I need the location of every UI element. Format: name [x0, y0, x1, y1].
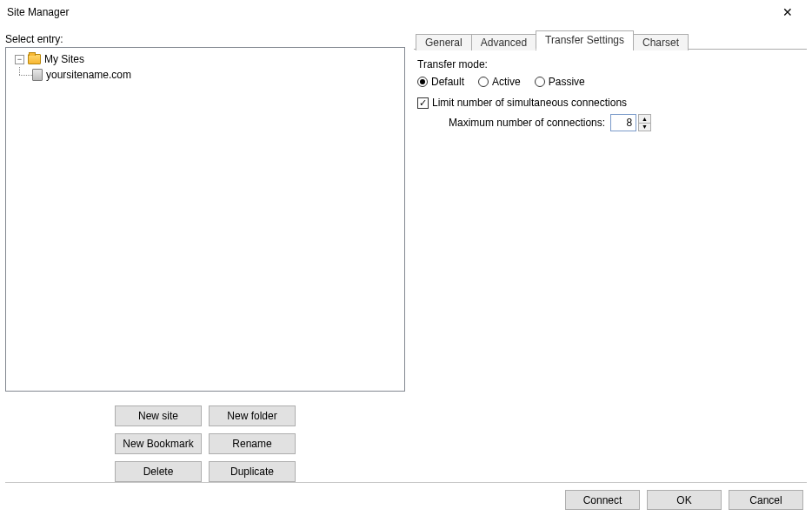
new-bookmark-button[interactable]: New Bookmark	[115, 433, 202, 454]
delete-button[interactable]: Delete	[115, 461, 202, 482]
tree-connector	[8, 67, 32, 83]
right-panel: General Advanced Transfer Settings Chars…	[414, 28, 807, 482]
ok-button[interactable]: OK	[647, 490, 722, 510]
tree-root-label: My Sites	[44, 53, 84, 65]
tree-collapse-icon[interactable]: −	[15, 55, 24, 64]
tab-advanced[interactable]: Advanced	[471, 34, 536, 50]
radio-default-label: Default	[431, 76, 464, 88]
rename-button[interactable]: Rename	[209, 433, 296, 454]
tab-charset[interactable]: Charset	[633, 34, 689, 50]
tree-site-label: yoursitename.com	[46, 69, 131, 81]
connect-button[interactable]: Connect	[565, 490, 640, 510]
left-panel: Select entry: − My Sites yoursitename.co…	[5, 28, 405, 482]
limit-connections-row[interactable]: Limit number of simultaneous connections	[417, 97, 803, 109]
transfer-mode-label: Transfer mode:	[417, 58, 803, 70]
max-connections-label: Maximum number of connections:	[449, 117, 605, 129]
radio-icon	[417, 77, 428, 87]
radio-active-label: Active	[492, 76, 521, 88]
transfer-settings-panel: Transfer mode: Default Active Passive Li…	[414, 50, 807, 140]
site-tree[interactable]: − My Sites yoursitename.com	[5, 47, 405, 392]
server-icon	[32, 69, 43, 81]
radio-passive-label: Passive	[549, 76, 585, 88]
limit-connections-checkbox[interactable]	[417, 97, 429, 109]
window-title: Site Manager	[7, 6, 770, 18]
transfer-mode-radios: Default Active Passive	[417, 76, 803, 88]
spinner-down-icon[interactable]: ▼	[639, 124, 650, 131]
select-entry-label: Select entry:	[5, 33, 405, 45]
radio-icon	[478, 77, 489, 87]
tree-site-row[interactable]: yoursitename.com	[8, 67, 403, 83]
tab-transfer-settings[interactable]: Transfer Settings	[536, 30, 634, 50]
new-site-button[interactable]: New site	[115, 405, 202, 426]
close-icon[interactable]: ✕	[770, 5, 805, 19]
max-connections-spinner: ▲ ▼	[638, 114, 651, 131]
radio-icon	[535, 77, 545, 87]
new-folder-button[interactable]: New folder	[209, 405, 296, 426]
radio-passive[interactable]: Passive	[535, 76, 585, 88]
tab-general[interactable]: General	[416, 34, 472, 50]
limit-connections-label: Limit number of simultaneous connections	[432, 97, 627, 109]
radio-active[interactable]: Active	[478, 76, 521, 88]
site-action-buttons: New site New folder New Bookmark Rename …	[5, 405, 405, 482]
titlebar: Site Manager ✕	[0, 0, 812, 24]
folder-icon	[28, 54, 41, 64]
radio-default[interactable]: Default	[417, 76, 464, 88]
duplicate-button[interactable]: Duplicate	[209, 461, 296, 482]
spinner-up-icon[interactable]: ▲	[639, 115, 650, 124]
max-connections-row: Maximum number of connections: ▲ ▼	[449, 114, 803, 131]
content-area: Select entry: − My Sites yoursitename.co…	[0, 24, 812, 482]
tree-root-row[interactable]: − My Sites	[8, 51, 403, 67]
max-connections-input[interactable]	[610, 114, 636, 131]
cancel-button[interactable]: Cancel	[729, 490, 803, 510]
tab-strip: General Advanced Transfer Settings Chars…	[414, 30, 807, 50]
dialog-footer: Connect OK Cancel	[0, 483, 812, 510]
